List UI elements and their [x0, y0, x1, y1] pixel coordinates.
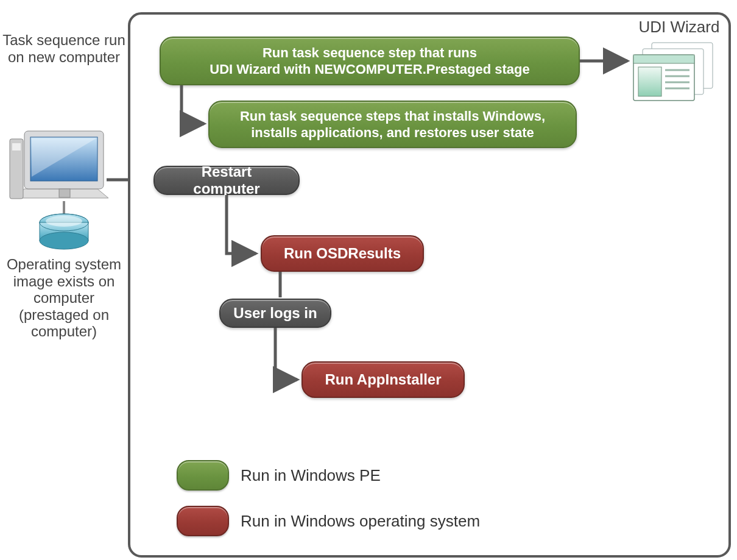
- step-run-osdresults-label: Run OSDResults: [284, 245, 401, 262]
- svg-rect-2: [59, 189, 70, 197]
- legend-label-pe: Run in Windows PE: [241, 466, 381, 485]
- step-run-osdresults: Run OSDResults: [261, 235, 424, 272]
- svg-point-6: [40, 214, 88, 231]
- step-install-windows: Run task sequence steps that installs Wi…: [208, 101, 577, 148]
- svg-rect-3: [10, 139, 23, 199]
- step-run-udi-wizard-line1: Run task sequence step that runs: [210, 44, 529, 62]
- label-os-image: Operating system image exists on compute…: [0, 256, 128, 340]
- step-run-appinstaller: Run AppInstaller: [302, 361, 465, 398]
- svg-point-9: [40, 214, 88, 231]
- legend-swatch-pe: [177, 460, 229, 491]
- step-user-logs-in-label: User logs in: [233, 305, 317, 322]
- database-icon: [40, 214, 88, 249]
- svg-point-10: [46, 216, 82, 227]
- label-udi-wizard: UDI Wizard: [630, 18, 728, 37]
- svg-rect-0: [24, 131, 104, 189]
- step-user-logs-in: User logs in: [219, 299, 331, 328]
- computer-icon: [10, 131, 108, 219]
- legend-swatch-os: [177, 506, 229, 536]
- svg-rect-7: [40, 222, 88, 241]
- label-task-sequence: Task sequence run on new computer: [0, 32, 128, 65]
- step-restart-computer-label: Restart computer: [167, 163, 286, 197]
- step-run-udi-wizard: Run task sequence step that runs UDI Wiz…: [160, 37, 580, 85]
- step-install-windows-line2: installs applications, and restores user…: [240, 124, 545, 141]
- step-install-windows-line1: Run task sequence steps that installs Wi…: [240, 108, 545, 125]
- svg-rect-1: [30, 137, 97, 181]
- legend-label-os: Run in Windows operating system: [241, 512, 480, 531]
- step-restart-computer: Restart computer: [153, 166, 300, 195]
- svg-rect-4: [12, 143, 21, 151]
- svg-point-8: [40, 232, 88, 249]
- step-run-udi-wizard-line2: UDI Wizard with NEWCOMPUTER.Prestaged st…: [210, 61, 529, 78]
- step-run-appinstaller-label: Run AppInstaller: [325, 371, 441, 388]
